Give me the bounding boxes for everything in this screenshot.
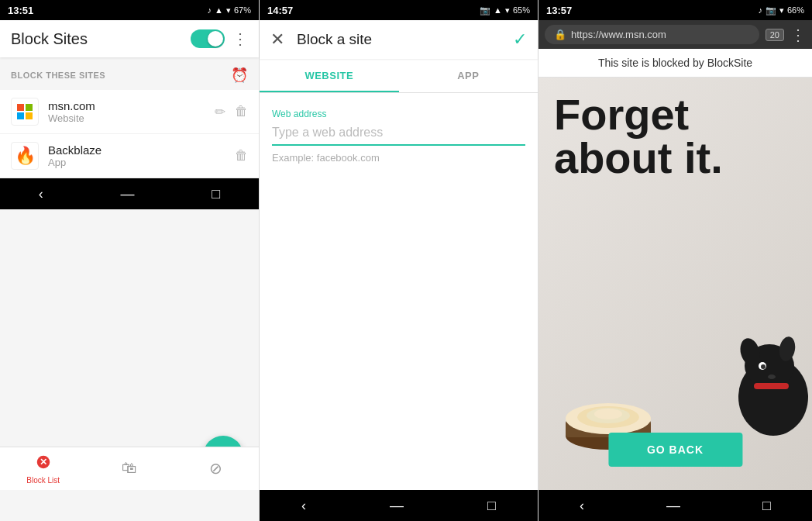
backblaze-icon: 🔥 [11,142,39,170]
panel-block-sites: 13:51 ♪ ▲ ▾ 67% Block Sites ⋮ BLOCK THES… [0,0,260,521]
status-bar-3: 13:57 ♪ 📷 ▾ 66% [538,0,812,20]
battery-icon-3: 66% [787,5,804,15]
recents-nav-icon-2[interactable]: □ [487,498,496,514]
svg-rect-1 [26,104,33,111]
time-2: 14:57 [267,5,293,16]
edit-icon[interactable]: ✏ [215,104,225,120]
header-actions: ⋮ [191,29,248,48]
msn-info: msn.com Website [48,99,215,124]
block-list-icon: ✕ [35,454,52,474]
svg-point-11 [761,364,766,369]
tab-count[interactable]: 20 [766,29,784,41]
overflow-menu-icon[interactable]: ⋮ [232,29,248,48]
app-header-1: Block Sites ⋮ [0,20,259,57]
section-header: BLOCK THESE SITES ⏰ [0,57,259,90]
add-site-content: Web address Example: facebook.com [260,93,538,179]
url-text: https://www.msn.com [571,29,750,40]
status-icons-3: ♪ 📷 ▾ 66% [758,5,804,16]
site-list: msn.com Website ✏ 🗑 🔥 Backblaze App 🗑 [0,90,259,178]
block-icon: ⊘ [209,459,222,478]
wifi-icon-3: ▾ [779,5,784,16]
tab-browse[interactable]: 🛍 [86,459,172,478]
tab-block[interactable]: ⊘ [173,459,259,479]
backblaze-name: Backblaze [48,143,235,157]
camera-icon-3: 📷 [766,5,776,16]
example-hint: Example: facebook.com [272,152,525,164]
status-bar-2: 14:57 📷 ▲ ▾ 65% [260,0,538,20]
wifi-icon-2: ▾ [505,5,510,16]
svg-rect-0 [17,104,24,111]
delete-icon-msn[interactable]: 🗑 [235,104,248,119]
back-nav-icon-3[interactable]: ‹ [580,498,584,514]
recents-nav-icon-3[interactable]: □ [762,498,771,514]
lock-icon: 🔒 [554,29,566,40]
web-address-field: Web address [272,109,525,146]
dog-illustration [711,319,812,443]
web-address-label: Web address [272,109,525,119]
msn-actions: ✏ 🗑 [215,104,248,120]
signal-icon: ▲ [215,5,223,15]
svg-text:✕: ✕ [40,456,47,467]
time-3: 13:57 [546,5,572,16]
camera-icon: 📷 [480,5,490,16]
section-label: BLOCK THESE SITES [11,71,105,80]
browse-icon: 🛍 [122,459,137,477]
status-bar-1: 13:51 ♪ ▲ ▾ 67% [0,0,259,20]
back-nav-icon-2[interactable]: ‹ [301,498,306,514]
msn-name: msn.com [48,99,215,112]
tab-website[interactable]: WEBSITE [260,59,399,92]
tab-block-list[interactable]: ✕ Block List [0,454,86,485]
url-box[interactable]: 🔒 https://www.msn.com [545,25,759,44]
signal-icon-2: ▲ [494,5,502,15]
battery-icon-2: 65% [513,5,530,15]
add-site-title: Block a site [297,31,501,48]
home-nav-icon[interactable]: — [121,186,135,202]
blocked-image-area: Forget about it. [538,78,812,490]
close-icon[interactable]: ✕ [270,29,284,50]
tab-app[interactable]: APP [399,59,538,92]
svg-rect-13 [754,383,789,389]
svg-rect-2 [17,112,24,119]
backblaze-info: Backblaze App [48,143,235,168]
svg-rect-3 [26,112,33,119]
tab-bar: WEBSITE APP [260,59,538,93]
backblaze-actions: 🗑 [235,148,248,164]
schedule-icon[interactable]: ⏰ [231,67,248,84]
battery-icon: 67% [234,5,251,15]
app-header-2: ✕ Block a site ✓ [260,20,538,59]
forget-text: Forget about it. [554,93,723,180]
block-toggle[interactable] [191,29,225,48]
status-icons-2: 📷 ▲ ▾ 65% [480,5,530,16]
backblaze-type: App [48,157,235,168]
block-list-label: Block List [26,476,60,485]
back-nav-icon[interactable]: ‹ [39,186,43,202]
web-address-input[interactable] [272,122,525,146]
bottom-tabs: ✕ Block List 🛍 ⊘ [0,447,259,490]
wifi-icon: ▾ [226,5,231,16]
confirm-icon[interactable]: ✓ [513,29,527,50]
go-back-button[interactable]: GO BACK [608,433,742,467]
svg-point-19 [594,409,622,419]
nav-bar-3: ‹ — □ [538,490,812,521]
svg-point-12 [768,374,776,379]
browser-bar: 🔒 https://www.msn.com 20 ⋮ [538,20,812,49]
nav-bar-2: ‹ — □ [260,490,538,521]
delete-icon-backblaze[interactable]: 🗑 [235,148,248,164]
flame-icon: 🔥 [15,146,36,166]
time-1: 13:51 [8,5,33,16]
spotify-icon: ♪ [208,5,212,15]
status-icons-1: ♪ ▲ ▾ 67% [208,5,251,16]
panel-add-site: 14:57 📷 ▲ ▾ 65% ✕ Block a site ✓ WEBSITE… [260,0,538,521]
msn-icon [11,98,39,126]
nav-bar-1: ‹ — □ [0,178,259,209]
home-nav-icon-2[interactable]: — [390,498,404,514]
site-item-backblaze: 🔥 Backblaze App 🗑 [0,134,259,178]
spotify-icon-3: ♪ [758,5,762,15]
blocked-notice: This site is blocked by BlockSite [538,49,812,78]
app-title: Block Sites [11,30,88,48]
overflow-menu-icon-3[interactable]: ⋮ [790,26,806,44]
home-nav-icon-3[interactable]: — [666,498,680,514]
msn-type: Website [48,112,215,124]
panel-blocked-page: 13:57 ♪ 📷 ▾ 66% 🔒 https://www.msn.com 20… [538,0,812,521]
recents-nav-icon[interactable]: □ [212,186,220,202]
